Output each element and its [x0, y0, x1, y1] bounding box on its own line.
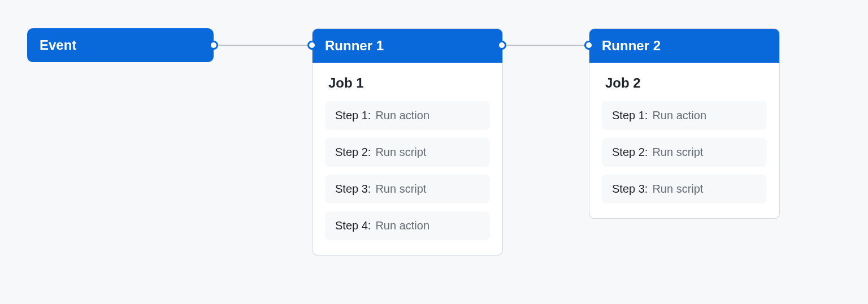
runner-header: Runner 2: [589, 29, 779, 63]
step-description: Run action: [375, 219, 429, 232]
connector-dot: [497, 41, 506, 50]
step-label: Step 2:: [612, 146, 648, 159]
runner-node-1: Runner 1 Job 1 Step 1: Run action Step 2…: [312, 28, 503, 255]
job-title: Job 2: [602, 75, 767, 91]
connector-line: [209, 45, 316, 46]
runner-body: Job 2 Step 1: Run action Step 2: Run scr…: [589, 63, 779, 218]
runner-header: Runner 1: [313, 29, 502, 63]
step-label: Step 3:: [612, 183, 648, 196]
step-label: Step 1:: [612, 109, 648, 122]
connector-dot: [209, 41, 218, 50]
step-description: Run script: [375, 146, 426, 159]
step-label: Step 1:: [335, 109, 371, 122]
event-label: Event: [40, 37, 76, 53]
step-description: Run script: [652, 146, 703, 159]
job-title: Job 1: [325, 75, 490, 91]
step-description: Run action: [375, 109, 429, 122]
step-label: Step 3:: [335, 183, 371, 196]
runner-title: Runner 1: [325, 38, 384, 53]
step-row: Step 3: Run script: [325, 175, 490, 203]
runner-node-2: Runner 2 Job 2 Step 1: Run action Step 2…: [589, 28, 780, 219]
workflow-diagram: Event Runner 1 Job 1 Step 1: Run action …: [0, 0, 868, 304]
step-label: Step 2:: [335, 146, 371, 159]
step-description: Run action: [652, 109, 706, 122]
event-node: Event: [27, 28, 214, 62]
connector-dot: [307, 41, 316, 50]
step-row: Step 2: Run script: [602, 138, 767, 167]
step-label: Step 4:: [335, 219, 371, 232]
step-row: Step 4: Run action: [325, 211, 490, 240]
step-row: Step 1: Run action: [602, 101, 767, 130]
runner-body: Job 1 Step 1: Run action Step 2: Run scr…: [313, 63, 502, 255]
step-description: Run script: [652, 183, 703, 196]
step-row: Step 1: Run action: [325, 101, 490, 130]
runner-title: Runner 2: [602, 38, 661, 53]
connector-line: [497, 45, 593, 46]
connector-dot: [584, 41, 593, 50]
step-row: Step 2: Run script: [325, 138, 490, 167]
step-row: Step 3: Run script: [602, 175, 767, 203]
step-description: Run script: [375, 183, 426, 196]
